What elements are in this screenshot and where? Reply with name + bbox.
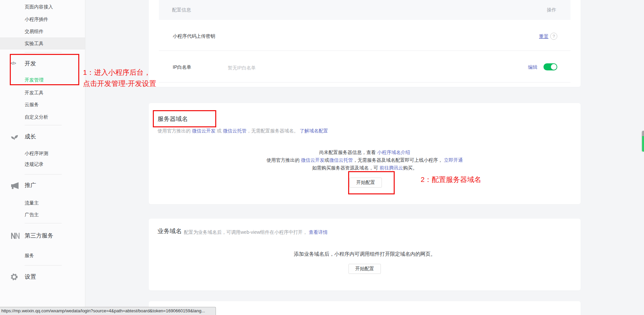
sidebar-item-cloud[interactable]: 云服务 bbox=[25, 101, 79, 108]
annotation-step1-line2: 点击开发管理-开发设置 bbox=[83, 78, 156, 89]
gear-icon bbox=[10, 273, 20, 281]
desc-text: 配置为业务域名后，可调用web-view组件在小程序中打开， bbox=[184, 229, 309, 235]
server-domain-status-line: 尚未配置服务器信息，查看 小程序域名介绍 bbox=[149, 149, 581, 156]
sidebar-divider bbox=[25, 265, 62, 265]
line-text: 使用官方推出的 bbox=[267, 157, 301, 163]
floating-widget-handle[interactable] bbox=[642, 131, 644, 152]
business-domain-hint: 添加业务域名后，小程序内可调用组件打开限定域名内的网页。 bbox=[149, 250, 581, 258]
config-header-title: 配置信息 bbox=[172, 7, 191, 13]
tencent-cloud-link[interactable]: 前往腾讯云 bbox=[380, 165, 403, 170]
sidebar-item-mp-evaluation[interactable]: 小程序评测 bbox=[25, 150, 79, 157]
cloud-hosting-link[interactable]: 微信云托管 bbox=[329, 157, 353, 163]
upload-key-label: 小程序代码上传密钥 bbox=[173, 33, 215, 39]
sidebar-divider bbox=[25, 125, 62, 125]
sidebar-item-dev-tools[interactable]: 开发工具 bbox=[25, 89, 79, 96]
sidebar-section-settings[interactable]: 设置 bbox=[25, 273, 79, 281]
toggle-knob bbox=[551, 64, 557, 70]
row-divider bbox=[159, 51, 570, 51]
ip-whitelist-value: 暂无IP白名单 bbox=[228, 65, 256, 71]
sidebar-item-advertiser[interactable]: 广告主 bbox=[25, 211, 79, 218]
view-details-link[interactable]: 查看详情 bbox=[309, 229, 328, 235]
server-domain-subtitle: 使用官方推出的 微信云开发 或 微信云托管，无需配置服务器域名。 了解域名配置 bbox=[158, 128, 328, 134]
sidebar-section-promotion[interactable]: 推广 bbox=[25, 181, 79, 189]
annotation-box-step1 bbox=[10, 54, 79, 85]
status-text: 尚未配置服务器信息，查看 bbox=[319, 150, 377, 155]
sidebar-item-lab-tools[interactable]: 实验工具 bbox=[25, 40, 79, 47]
cloud-dev-link[interactable]: 微信云开发 bbox=[192, 128, 216, 133]
line-text: 如需购买服务器资源及域名，可 bbox=[312, 165, 380, 170]
reset-link[interactable]: 重置 bbox=[539, 34, 549, 40]
sidebar-divider bbox=[25, 52, 62, 53]
ip-whitelist-toggle[interactable] bbox=[543, 63, 557, 70]
sidebar-divider bbox=[25, 174, 62, 175]
cloud-dev-link[interactable]: 微信云开发 bbox=[301, 157, 325, 163]
server-domain-buy-line: 如需购买服务器资源及域名，可 前往腾讯云购买。 bbox=[149, 164, 581, 171]
server-domain-cloud-line: 使用官方推出的 微信云开发或微信云托管，无需服务器及域名配置即可上线小程序， 立… bbox=[149, 157, 581, 163]
browser-status-bar: https://mp.weixin.qq.com/wxamp/wedata/lo… bbox=[0, 307, 216, 315]
sidebar-item-traffic-owner[interactable]: 流量主 bbox=[25, 199, 79, 206]
annotation-box-configure-button bbox=[348, 171, 395, 194]
line-text: 购买。 bbox=[403, 165, 417, 170]
megaphone-icon bbox=[10, 182, 20, 189]
sidebar-section-third-party[interactable]: 第三方服务 bbox=[25, 232, 79, 240]
sidebar-item-page-content[interactable]: 页面内容接入 bbox=[25, 3, 79, 10]
mp-domain-intro-link[interactable]: 小程序域名介绍 bbox=[377, 150, 410, 155]
sidebar-item-plugins[interactable]: 小程序插件 bbox=[25, 16, 79, 23]
subtitle-text: 或 bbox=[216, 128, 223, 133]
subtitle-text: 使用官方推出的 bbox=[158, 128, 192, 133]
activate-now-link[interactable]: 立即开通 bbox=[444, 157, 463, 163]
widget-cap bbox=[642, 131, 644, 136]
widget-body bbox=[642, 136, 644, 152]
business-domain-title: 业务域名 bbox=[158, 227, 182, 235]
cloud-hosting-link[interactable]: 微信云托管 bbox=[223, 128, 247, 133]
sidebar-item-violation-record[interactable]: 违规记录 bbox=[25, 161, 79, 167]
annotation-step1-line1: 1：进入小程序后台， bbox=[83, 67, 151, 78]
business-domain-desc: 配置为业务域名后，可调用web-view组件在小程序中打开， 查看详情 bbox=[184, 229, 328, 235]
sidebar-item-service[interactable]: 服务 bbox=[25, 252, 79, 259]
sprout-icon bbox=[10, 134, 20, 141]
ip-whitelist-label: IP白名单 bbox=[173, 64, 191, 70]
annotation-box-server-domain-title bbox=[153, 110, 216, 127]
row-divider bbox=[159, 82, 570, 83]
sidebar-item-custom-analysis[interactable]: 自定义分析 bbox=[25, 114, 79, 120]
learn-domain-config-link[interactable]: 了解域名配置 bbox=[300, 128, 328, 133]
sidebar-divider bbox=[25, 223, 62, 223]
annotation-step2: 2：配置服务器域名 bbox=[421, 174, 481, 185]
sidebar-item-trade[interactable]: 交易组件 bbox=[25, 28, 79, 35]
help-icon[interactable]: ? bbox=[550, 33, 557, 40]
config-header-action: 操作 bbox=[547, 7, 556, 13]
line-text: 或 bbox=[325, 157, 329, 163]
business-domain-configure-button[interactable]: 开始配置 bbox=[348, 264, 381, 274]
line-text: ，无需服务器及域名配置即可上线小程序， bbox=[353, 157, 444, 163]
sidebar-section-growth[interactable]: 成长 bbox=[25, 133, 79, 141]
status-url: https://mp.weixin.qq.com/wxamp/wedata/lo… bbox=[0, 307, 216, 313]
third-party-icon bbox=[10, 232, 20, 240]
subtitle-text: ，无需配置服务器域名。 bbox=[247, 128, 300, 133]
app-canvas: 页面内容接入 小程序插件 交易组件 实验工具 </> 开发 开发管理 开发工具 … bbox=[0, 0, 644, 315]
edit-link[interactable]: 编辑 bbox=[528, 64, 537, 70]
config-table-header bbox=[159, 0, 570, 20]
